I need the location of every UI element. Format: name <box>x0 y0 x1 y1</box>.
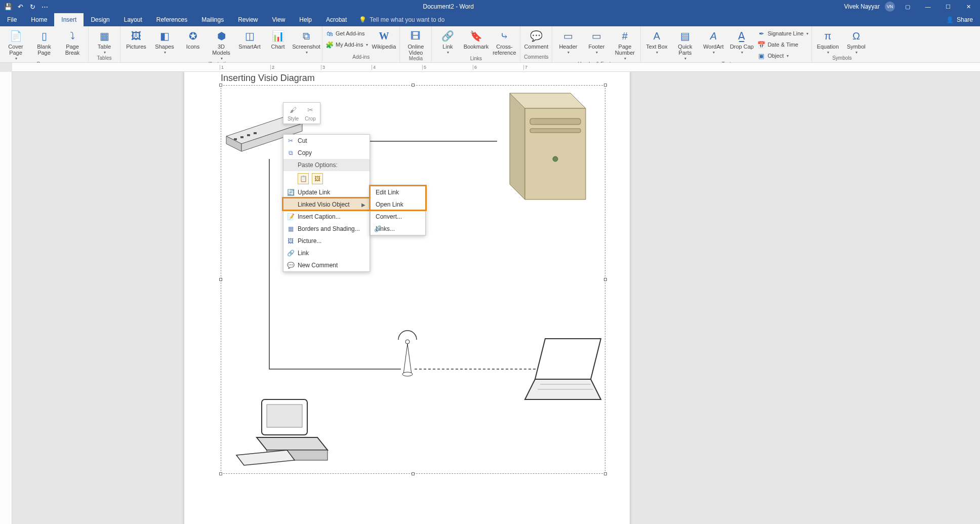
sub-edit-link[interactable]: Edit Link <box>371 186 425 198</box>
3d-models-button[interactable]: ⬢3D Models <box>209 28 234 61</box>
tab-help[interactable]: Help <box>292 13 319 26</box>
cover-page-button[interactable]: 📄Cover Page <box>3 28 28 61</box>
redo-icon[interactable]: ↻ <box>28 3 36 11</box>
tab-view[interactable]: View <box>265 13 293 26</box>
ctx-new-comment[interactable]: 💬New Comment <box>283 259 370 271</box>
share-label: Share <box>957 16 973 23</box>
group-comments: 💬Comment Comments <box>520 26 552 62</box>
symbol-button[interactable]: ΩSymbol <box>843 28 869 55</box>
user-name[interactable]: Vivek Nayyar <box>844 3 880 10</box>
comment-button[interactable]: 💬Comment <box>523 28 549 50</box>
dropcap-button[interactable]: A̲Drop Cap <box>729 28 754 55</box>
ctx-insert-caption[interactable]: 📝Insert Caption... <box>283 211 370 223</box>
sub-open-link[interactable]: Open Link <box>371 198 425 211</box>
quick-parts-button[interactable]: ▤Quick Parts <box>672 28 698 61</box>
icons-button[interactable]: ✪Icons <box>180 28 206 50</box>
ctx-cut[interactable]: ✂Cut <box>283 135 370 147</box>
context-submenu: Edit Link Open Link Convert... 🔗Links... <box>370 186 426 235</box>
close-icon[interactable]: ✕ <box>961 2 976 12</box>
table-button[interactable]: ▦Table <box>92 28 117 55</box>
screenshot-button[interactable]: ⧉Screenshot <box>294 28 319 55</box>
ribbon-display-icon[interactable]: ▢ <box>900 2 915 12</box>
wikipedia-button[interactable]: WWikipedia <box>371 28 396 50</box>
tab-insert[interactable]: Insert <box>54 13 84 26</box>
page-number-button[interactable]: #Page Number <box>612 28 637 61</box>
wordart-button[interactable]: AWordArt <box>701 28 726 55</box>
svg-marker-23 <box>236 450 295 465</box>
date-time-button[interactable]: 📅Date & Time <box>757 39 808 50</box>
paste-picture-icon[interactable]: 🖼 <box>312 173 323 184</box>
link-button[interactable]: 🔗Link <box>435 28 460 55</box>
ctx-paste-options-header: Paste Options: <box>283 159 370 171</box>
tab-file[interactable]: File <box>0 13 24 26</box>
tab-mailings[interactable]: Mailings <box>194 13 231 26</box>
pictures-button[interactable]: 🖼Pictures <box>124 28 149 50</box>
online-video-button[interactable]: 🎞Online Video <box>403 28 428 56</box>
share-button[interactable]: 👤 Share <box>946 13 980 26</box>
equation-button[interactable]: πEquation <box>815 28 840 55</box>
svg-rect-6 <box>254 132 257 134</box>
ribbon-tabs: File Home Insert Design Layout Reference… <box>0 13 980 26</box>
maximize-icon[interactable]: ☐ <box>941 2 956 12</box>
tab-references[interactable]: References <box>149 13 194 26</box>
save-icon[interactable]: 💾 <box>4 3 12 11</box>
cross-reference-button[interactable]: ⤷Cross-reference <box>492 28 517 56</box>
sub-convert[interactable]: Convert... <box>371 211 425 223</box>
bookmark-button[interactable]: 🔖Bookmark <box>463 28 488 50</box>
object-button[interactable]: ▣Object <box>757 51 808 61</box>
customize-qat-icon[interactable]: ⋯ <box>40 3 49 11</box>
group-links: 🔗Link 🔖Bookmark ⤷Cross-reference Links <box>432 26 520 62</box>
svg-rect-11 <box>530 129 581 133</box>
wordart-icon: A <box>707 29 720 43</box>
page-break-button[interactable]: ⤵Page Break <box>60 28 85 56</box>
ctx-linked-visio-object[interactable]: Linked Visio Object▶ <box>283 198 370 211</box>
shapes-button[interactable]: ◧Shapes <box>152 28 177 55</box>
signature-line-button[interactable]: ✒Signature Line <box>757 28 808 38</box>
visio-linked-object[interactable] <box>221 85 605 474</box>
footer-button[interactable]: ▭Footer <box>584 28 609 55</box>
quick-access-toolbar: 💾 ↶ ↻ ⋯ <box>0 3 53 11</box>
picture-icon: 🖼 <box>287 237 295 245</box>
ctx-borders-shading[interactable]: ▦Borders and Shading... <box>283 223 370 235</box>
my-addins-button[interactable]: 🧩My Add-ins <box>325 39 368 50</box>
document-heading: Inserting Visio Diagram <box>221 73 315 84</box>
mini-style-button[interactable]: 🖌Style <box>285 105 301 122</box>
page: Inserting Visio Diagram <box>184 72 630 524</box>
blank-page-icon: ▯ <box>37 29 51 43</box>
vertical-ruler[interactable] <box>0 72 12 524</box>
tell-me-search[interactable]: 💡 Tell me what you want to do <box>354 13 444 26</box>
get-addins-button[interactable]: 🛍Get Add-ins <box>325 28 368 38</box>
ctx-copy[interactable]: ⧉Copy <box>283 147 370 159</box>
svg-rect-3 <box>234 138 237 140</box>
textbox-button[interactable]: AText Box <box>644 28 669 55</box>
tab-acrobat[interactable]: Acrobat <box>319 13 354 26</box>
group-symbols-label: Symbols <box>815 55 869 61</box>
copy-icon: ⧉ <box>287 149 295 157</box>
group-text: AText Box ▤Quick Parts AWordArt A̲Drop C… <box>641 26 812 62</box>
undo-icon[interactable]: ↶ <box>16 3 24 11</box>
icons-icon: ✪ <box>186 29 199 43</box>
tab-design[interactable]: Design <box>84 13 116 26</box>
minimize-icon[interactable]: — <box>920 2 935 12</box>
tab-home[interactable]: Home <box>24 13 54 26</box>
blank-page-button[interactable]: ▯Blank Page <box>31 28 57 56</box>
group-symbols: πEquation ΩSymbol Symbols <box>812 26 872 62</box>
sub-links[interactable]: 🔗Links... <box>371 223 425 235</box>
horizontal-ruler[interactable]: 123 4567 <box>12 63 980 72</box>
tab-review[interactable]: Review <box>231 13 265 26</box>
document-canvas[interactable]: Inserting Visio Diagram <box>12 72 980 524</box>
textbox-icon: A <box>650 29 663 43</box>
titlebar-right: Vivek Nayyar VN ▢ — ☐ ✕ <box>844 2 980 12</box>
smartart-button[interactable]: ◫SmartArt <box>237 28 262 50</box>
links-icon: 🔗 <box>374 225 382 233</box>
paste-keep-source-icon[interactable]: 📋 <box>298 173 309 184</box>
ctx-link[interactable]: 🔗Link <box>283 247 370 259</box>
tab-layout[interactable]: Layout <box>117 13 149 26</box>
lightbulb-icon: 💡 <box>359 16 366 23</box>
user-avatar[interactable]: VN <box>885 2 895 12</box>
header-button[interactable]: ▭Header <box>555 28 581 55</box>
mini-crop-button[interactable]: ✂Crop <box>303 105 318 122</box>
chart-button[interactable]: 📊Chart <box>265 28 291 50</box>
ctx-picture[interactable]: 🖼Picture... <box>283 235 370 247</box>
ctx-update-link[interactable]: 🔄Update Link <box>283 186 370 198</box>
